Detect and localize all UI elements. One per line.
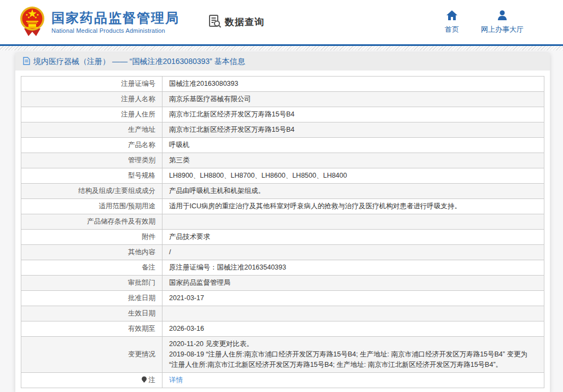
bulb-icon [141, 376, 149, 384]
table-row: 其他内容/ [21, 245, 544, 260]
row-value: 国家药品监督管理局 [162, 276, 544, 291]
row-value: 呼吸机 [162, 138, 544, 153]
document-icon [23, 57, 30, 67]
table-row: 型号规格LH8900、LH8800、LH8700、LH8600、LH8500、L… [21, 168, 544, 184]
row-value: / [162, 245, 544, 260]
table-row: 管理类别第三类 [21, 153, 544, 168]
data-query-icon [208, 14, 222, 31]
row-value: 南京市江北新区经济开发区万寿路15号B4 [162, 122, 544, 138]
row-value: 2020-11-20 见变更对比表。 2019-08-19 “注册人住所:南京市… [162, 337, 544, 373]
table-row: 附件产品技术要求 [21, 230, 544, 245]
header-nav: 首页 网上办事大厅 [445, 10, 524, 34]
national-emblem-icon [20, 4, 45, 40]
row-label: 有效期至 [21, 321, 162, 337]
row-label: 批准日期 [21, 291, 162, 306]
row-value: 详情 [162, 373, 544, 388]
nav-item-label: 首页 [445, 25, 459, 34]
row-label: 注册证编号 [21, 77, 162, 92]
registration-info-table: 注册证编号国械注准20163080393注册人名称南京乐基医疗器械有限公司注册人… [21, 76, 544, 388]
page-title: 境内医疗器械（注册） —— “国械注准20163080393” 基本信息 [33, 57, 245, 67]
row-label: 型号规格 [21, 168, 162, 184]
row-value: 南京乐基医疗器械有限公司 [162, 92, 544, 107]
row-value: LH8900、LH8800、LH8700、LH8600、LH8500、LH840… [162, 168, 544, 184]
row-value: 产品技术要求 [162, 230, 544, 245]
row-value [162, 214, 544, 230]
table-row: 产品储存条件及有效期 [21, 214, 544, 230]
nav-item-label: 网上办事大厅 [481, 25, 524, 34]
detail-link[interactable]: 详情 [169, 376, 183, 384]
row-value: 2026-03-16 [162, 321, 544, 337]
table-row: 注册证编号国械注准20163080393 [21, 77, 544, 92]
row-label: 产品储存条件及有效期 [21, 214, 162, 230]
data-query-button[interactable]: 数据查询 [208, 14, 264, 31]
info-table-body: 注册证编号国械注准20163080393注册人名称南京乐基医疗器械有限公司注册人… [21, 77, 544, 388]
row-label: 结构及组成/主要组成成分 [21, 184, 162, 199]
nav-item-service-hall[interactable]: 网上办事大厅 [481, 10, 524, 34]
row-label: 审批部门 [21, 276, 162, 291]
org-names: 国家药品监督管理局 National Medical Products Admi… [51, 10, 179, 34]
org-name-zh: 国家药品监督管理局 [51, 10, 179, 26]
row-label: 注册人住所 [21, 107, 162, 122]
table-row: 批准日期2021-03-17 [21, 291, 544, 306]
table-row: 有效期至2026-03-16 [21, 321, 544, 337]
table-row: 生产地址南京市江北新区经济开发区万寿路15号B4 [21, 122, 544, 138]
table-row: 结构及组成/主要组成成分产品由呼吸机主机和机架组成。 [21, 184, 544, 199]
user-icon [497, 10, 508, 22]
table-row: 生效日期 [21, 306, 544, 321]
row-label: 备注 [21, 260, 162, 276]
row-label: 产品名称 [21, 138, 162, 153]
site-header: 国家药品监督管理局 National Medical Products Admi… [0, 0, 563, 46]
table-row: 审批部门国家药品监督管理局 [21, 276, 544, 291]
table-row: 注详情 [21, 373, 544, 388]
row-value: 2021-03-17 [162, 291, 544, 306]
row-value [162, 306, 544, 321]
table-row: 变更情况2020-11-20 见变更对比表。 2019-08-19 “注册人住所… [21, 337, 544, 373]
row-value: 第三类 [162, 153, 544, 168]
row-value: 原注册证编号：国械注准20163540393 [162, 260, 544, 276]
table-row: 注册人名称南京乐基医疗器械有限公司 [21, 92, 544, 107]
row-value: 适用于ICU病房的重症治疗及其他科室对呼衰病人的抢救与治疗及医疗机构对患者进行呼… [162, 199, 544, 214]
row-value: 国械注准20163080393 [162, 77, 544, 92]
content-panel: 境内医疗器械（注册） —— “国械注准20163080393” 基本信息 注册证… [15, 53, 550, 392]
table-row: 备注原注册证编号：国械注准20163540393 [21, 260, 544, 276]
row-label: 其他内容 [21, 245, 162, 260]
home-icon [446, 10, 457, 22]
row-label: 生产地址 [21, 122, 162, 138]
table-row: 适用范围/预期用途适用于ICU病房的重症治疗及其他科室对呼衰病人的抢救与治疗及医… [21, 199, 544, 214]
row-label: 变更情况 [21, 337, 162, 373]
row-label: 注册人名称 [21, 92, 162, 107]
table-row: 产品名称呼吸机 [21, 138, 544, 153]
row-label: 附件 [21, 230, 162, 245]
table-row: 注册人住所南京市江北新区经济开发区万寿路15号B4 [21, 107, 544, 122]
row-value: 南京市江北新区经济开发区万寿路15号B4 [162, 107, 544, 122]
row-label: 生效日期 [21, 306, 162, 321]
row-label: 注 [21, 373, 162, 388]
nav-item-home[interactable]: 首页 [445, 10, 459, 34]
site-logo: 国家药品监督管理局 National Medical Products Admi… [20, 4, 179, 40]
row-label: 管理类别 [21, 153, 162, 168]
row-label: 适用范围/预期用途 [21, 199, 162, 214]
data-query-label: 数据查询 [225, 16, 264, 28]
panel-title-bar: 境内医疗器械（注册） —— “国械注准20163080393” 基本信息 [15, 53, 550, 71]
stripe-divider [0, 46, 563, 50]
row-value: 产品由呼吸机主机和机架组成。 [162, 184, 544, 199]
org-name-en: National Medical Products Administration [51, 27, 179, 34]
